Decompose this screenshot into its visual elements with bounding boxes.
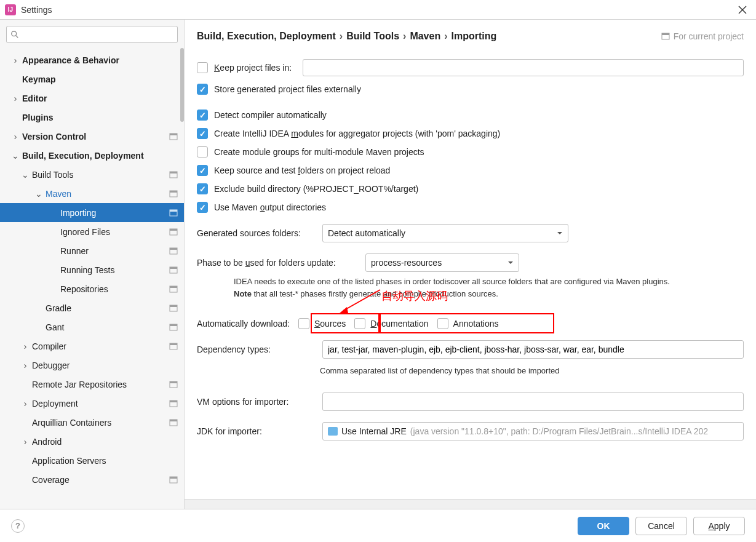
svg-rect-35: [662, 33, 669, 35]
svg-rect-7: [170, 172, 177, 173]
phase-select[interactable]: process-resources: [365, 253, 519, 272]
svg-rect-15: [170, 248, 177, 250]
tree-coverage[interactable]: ›Coverage: [0, 470, 184, 489]
svg-line-36: [343, 290, 380, 311]
detect-compiler-label: Detect compiler automatically: [214, 110, 327, 120]
dep-types-hint: Comma separated list of dependency types…: [320, 366, 744, 375]
svg-rect-23: [170, 324, 177, 326]
svg-rect-17: [170, 267, 177, 269]
keep-project-files-label: Keep project files in:: [214, 63, 292, 73]
tree-remote-jar[interactable]: ›Remote Jar Repositories: [0, 375, 184, 394]
svg-rect-19: [170, 286, 177, 288]
chevron-right-icon: ›: [340, 31, 343, 42]
project-icon: [169, 189, 178, 198]
tree-bed[interactable]: ⌄Build, Execution, Deployment: [0, 146, 184, 165]
project-icon: [169, 285, 178, 293]
settings-tree: ›Appearance & Behavior ›Keymap ›Editor ›…: [0, 48, 184, 489]
search-input-wrapper[interactable]: [6, 26, 178, 43]
store-externally-checkbox[interactable]: [197, 84, 208, 95]
keep-folders-checkbox[interactable]: [197, 165, 208, 176]
phase-label: Phase to be used for folders update:: [197, 258, 357, 268]
sources-checkbox[interactable]: [298, 318, 309, 329]
breadcrumb-maven[interactable]: Maven: [410, 31, 440, 42]
tree-running-tests[interactable]: ›Running Tests: [0, 260, 184, 279]
tree-repositories[interactable]: ›Repositories: [0, 279, 184, 298]
tree-deployment[interactable]: ›Deployment: [0, 394, 184, 413]
gen-sources-select[interactable]: Detect automatically: [322, 224, 568, 242]
vm-options-input[interactable]: [322, 393, 744, 411]
create-modules-checkbox[interactable]: [197, 128, 208, 139]
help-button[interactable]: ?: [11, 519, 25, 533]
jdk-label: JDK for importer:: [197, 426, 314, 436]
tree-keymap[interactable]: ›Keymap: [0, 70, 184, 89]
tree-editor[interactable]: ›Editor: [0, 89, 184, 108]
project-icon: [169, 323, 178, 332]
documentation-checkbox[interactable]: [354, 318, 365, 329]
tree-android[interactable]: ›Android: [0, 432, 184, 451]
tree-arquillian[interactable]: ›Arquillian Containers: [0, 413, 184, 432]
keep-project-files-input[interactable]: [303, 59, 744, 76]
close-button[interactable]: [734, 1, 751, 18]
sources-label: Sources: [314, 319, 346, 329]
project-icon: [169, 266, 178, 274]
tree-debugger[interactable]: ›Debugger: [0, 356, 184, 375]
svg-rect-27: [170, 381, 177, 383]
breadcrumb: Build, Execution, Deployment › Build Too…: [185, 20, 756, 47]
tree-gant[interactable]: ›Gant: [0, 317, 184, 337]
exclude-build-label: Exclude build directory (%PROJECT_ROOT%/…: [214, 184, 418, 194]
sidebar-scrollbar[interactable]: [180, 48, 184, 122]
project-icon: [661, 32, 670, 41]
tree-gradle[interactable]: ›Gradle: [0, 298, 184, 317]
svg-point-2: [12, 31, 17, 36]
horizontal-scrollbar[interactable]: [185, 499, 756, 509]
close-icon: [738, 6, 747, 14]
svg-rect-5: [170, 134, 177, 135]
search-input[interactable]: [22, 30, 173, 39]
use-output-label: Use Maven output directories: [214, 202, 326, 212]
project-icon: [169, 247, 178, 255]
project-icon: [169, 399, 178, 408]
svg-rect-33: [170, 477, 177, 479]
tree-vcs[interactable]: ›Version Control: [0, 127, 184, 146]
vm-options-label: VM options for importer:: [197, 397, 314, 407]
app-icon: IJ: [5, 4, 16, 15]
svg-rect-25: [170, 343, 177, 345]
create-modules-label: Create IntelliJ IDEA modules for aggrega…: [214, 129, 500, 138]
search-icon: [10, 30, 19, 39]
phase-note: IDEA needs to execute one of the listed …: [234, 276, 744, 300]
cancel-button[interactable]: Cancel: [635, 517, 687, 535]
svg-rect-29: [170, 401, 177, 402]
project-icon: [169, 209, 178, 217]
tree-appearance[interactable]: ›Appearance & Behavior: [0, 50, 184, 70]
exclude-build-checkbox[interactable]: [197, 183, 208, 194]
breadcrumb-importing: Importing: [452, 31, 497, 42]
tree-maven[interactable]: ⌄Maven: [0, 184, 184, 203]
ok-button[interactable]: OK: [578, 517, 629, 535]
detect-compiler-checkbox[interactable]: [197, 110, 208, 121]
chevron-right-icon: ›: [444, 31, 447, 42]
tree-build-tools[interactable]: ⌄Build Tools: [0, 165, 184, 184]
dep-types-input[interactable]: [322, 340, 744, 359]
tree-ignored[interactable]: ›Ignored Files: [0, 222, 184, 241]
tree-importing[interactable]: ›Importing: [0, 203, 184, 222]
tree-plugins[interactable]: ›Plugins: [0, 108, 184, 127]
tree-compiler[interactable]: ›Compiler: [0, 337, 184, 356]
breadcrumb-build-tools[interactable]: Build Tools: [346, 31, 399, 42]
jdk-select[interactable]: Use Internal JRE (java version "11.0.8+1…: [322, 422, 744, 440]
apply-button[interactable]: Apply: [693, 517, 745, 535]
keep-project-files-checkbox[interactable]: [197, 62, 208, 73]
use-output-checkbox[interactable]: [197, 202, 208, 213]
documentation-label: Documentation: [370, 319, 428, 329]
create-groups-checkbox[interactable]: [197, 146, 208, 157]
window-title: Settings: [21, 5, 52, 15]
tree-app-servers[interactable]: ›Application Servers: [0, 451, 184, 470]
create-groups-label: Create module groups for multi-module Ma…: [214, 147, 424, 157]
annotations-checkbox[interactable]: [437, 318, 448, 329]
annotation-text: 自动导入源码: [381, 289, 448, 303]
tree-runner[interactable]: ›Runner: [0, 241, 184, 260]
project-icon: [169, 304, 178, 313]
chevron-down-icon: [507, 260, 514, 266]
annotation-arrow-icon: [338, 289, 381, 314]
breadcrumb-bed[interactable]: Build, Execution, Deployment: [197, 31, 336, 42]
dep-types-label: Dependency types:: [197, 345, 314, 354]
